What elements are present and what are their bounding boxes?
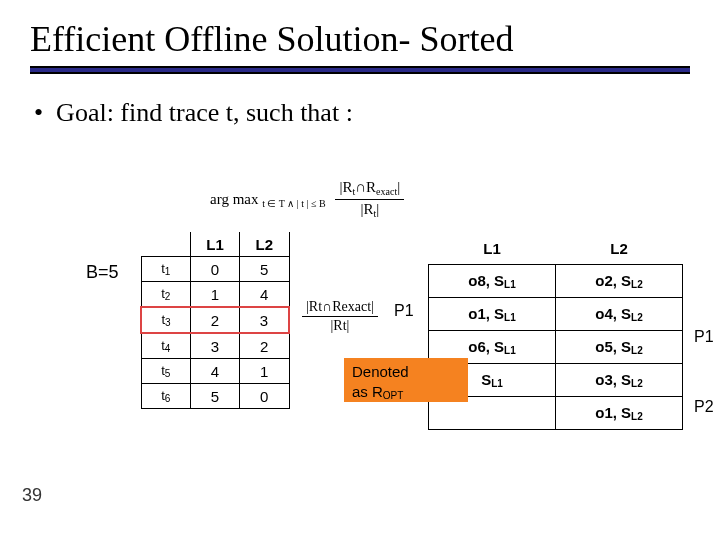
result-cell: o1, SL2	[556, 397, 683, 430]
trace-cell: 5	[191, 384, 240, 409]
title-rule	[30, 66, 690, 74]
trace-cell: 0	[240, 384, 290, 409]
trace-cell: 2	[240, 333, 290, 359]
argmax-label: arg max t ∈ T ∧ | t | ≤ B	[210, 191, 326, 209]
trace-row: t1 0 5	[141, 257, 289, 282]
trace-row: t4 3 2	[141, 333, 289, 359]
goal-text: Goal: find trace t, such that :	[56, 98, 353, 127]
frac-num: |Rt∩Rexact|	[335, 180, 404, 200]
trace-header-l1: L1	[191, 232, 240, 257]
trace-cell: 2	[191, 307, 240, 333]
denoted-callout: Denoted as ROPT	[344, 358, 468, 402]
trace-cell: 0	[191, 257, 240, 282]
result-cell: o8, SL1	[429, 265, 556, 298]
trace-cell: 3	[240, 307, 290, 333]
result-cell: o2, SL2	[556, 265, 683, 298]
argmax-fraction: |Rt∩Rexact| |Rt|	[335, 180, 404, 219]
trace-row-id: t4	[141, 333, 191, 359]
result-cell: o5, SL2	[556, 331, 683, 364]
trace-cell: 1	[191, 282, 240, 308]
mid-frac-den: |Rt|	[302, 317, 378, 333]
denoted-line2a: as R	[352, 383, 383, 400]
result-row: o1, SL1 o4, SL2	[429, 298, 683, 331]
trace-row-id: t5	[141, 359, 191, 384]
result-header-row: L1 L2	[429, 232, 683, 265]
mid-formula: |Rt∩Rexact| |Rt|	[302, 300, 378, 333]
b-label: B=5	[86, 262, 119, 283]
trace-cell: 4	[191, 359, 240, 384]
trace-row-id: t2	[141, 282, 191, 308]
trace-header-l2: L2	[240, 232, 290, 257]
slide: Efficient Offline Solution- Sorted • Goa…	[0, 0, 720, 540]
bullet: •	[34, 98, 43, 127]
trace-cell: 4	[240, 282, 290, 308]
p1-right-label: P1	[694, 328, 714, 346]
result-cell: o3, SL2	[556, 364, 683, 397]
trace-row-id: t3	[141, 307, 191, 333]
frac-den: |Rt|	[335, 200, 404, 219]
argmax-formula: arg max t ∈ T ∧ | t | ≤ B |Rt∩Rexact| |R…	[210, 180, 404, 219]
trace-cell: 3	[191, 333, 240, 359]
goal-line: • Goal: find trace t, such that :	[0, 74, 720, 128]
denoted-sub: OPT	[383, 390, 404, 401]
trace-row-id: t6	[141, 384, 191, 409]
trace-header-blank	[141, 232, 191, 257]
denoted-line1: Denoted	[352, 363, 409, 380]
trace-row: t6 5 0	[141, 384, 289, 409]
trace-row-id: t1	[141, 257, 191, 282]
p1-label: P1	[394, 302, 414, 320]
trace-row-highlight: t3 2 3	[141, 307, 289, 333]
trace-header-row: L1 L2	[141, 232, 289, 257]
p2-right-label: P2	[694, 398, 714, 416]
slide-title: Efficient Offline Solution- Sorted	[0, 0, 720, 66]
trace-cell: 1	[240, 359, 290, 384]
result-cell: o4, SL2	[556, 298, 683, 331]
trace-row: t5 4 1	[141, 359, 289, 384]
trace-table: L1 L2 t1 0 5 t2 1 4 t3 2 3 t4 3	[140, 232, 290, 409]
mid-frac-num: |Rt∩Rexact|	[302, 300, 378, 317]
mid-fraction: |Rt∩Rexact| |Rt|	[302, 300, 378, 333]
trace-cell: 5	[240, 257, 290, 282]
result-header-l2: L2	[556, 232, 683, 265]
result-cell: o1, SL1	[429, 298, 556, 331]
result-header-l1: L1	[429, 232, 556, 265]
page-number: 39	[22, 485, 42, 506]
trace-row: t2 1 4	[141, 282, 289, 308]
argmax-sub: t ∈ T ∧ | t | ≤ B	[262, 198, 325, 209]
result-row: o8, SL1 o2, SL2	[429, 265, 683, 298]
